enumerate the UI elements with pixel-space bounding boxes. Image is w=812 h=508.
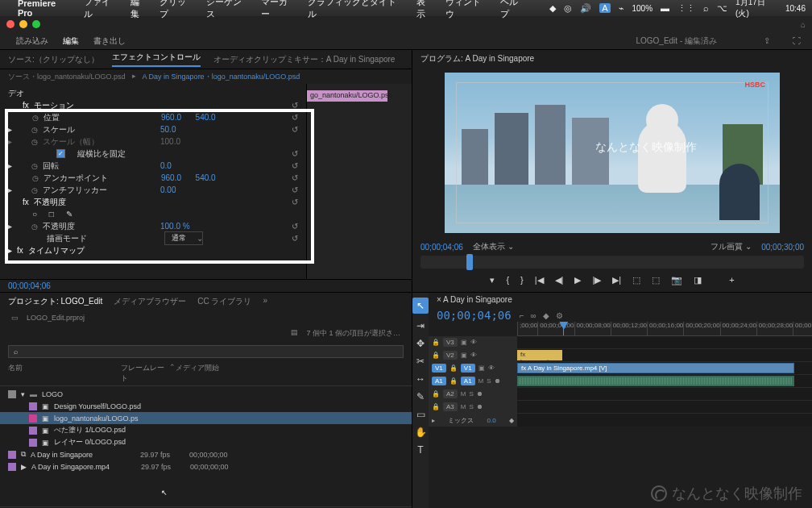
pen-tool-icon[interactable]: ✎ [416,391,425,402]
blend-mode-dropdown[interactable]: 通常 [164,231,203,245]
track-toggle-icon[interactable]: ▣ [461,339,467,346]
track-toggle-icon[interactable]: ▣ [461,352,467,359]
track-lock-icon[interactable]: 🔒 [432,403,440,410]
track-lock-icon[interactable]: 🔒 [432,390,440,398]
track-lock-icon[interactable]: 🔒 [450,377,458,385]
expand-icon[interactable]: ▸ [8,161,12,170]
track-v3[interactable]: V3 [443,338,458,347]
menubar-time[interactable]: 10:46 [785,4,806,13]
hand-tool-icon[interactable]: ✋ [415,427,427,438]
eye-icon[interactable]: 👁 [470,339,477,346]
position-x[interactable]: 960.0 [161,113,181,122]
reset-icon[interactable]: ↺ [292,113,298,122]
sequence-tab[interactable]: × A Day in Singapore [437,295,512,304]
expand-icon[interactable]: ▸ [8,222,12,231]
col-framerate[interactable]: フレームレート [121,363,169,384]
extract-icon[interactable]: ⬚ [652,275,660,285]
fullscreen-icon[interactable]: ⛶ [793,36,801,45]
cc-icon[interactable]: ◎ [564,3,572,14]
project-item[interactable]: レイヤー 0/LOGO.psd [54,437,159,448]
mute-icon[interactable]: M [478,377,484,385]
export-frame-icon[interactable]: 📷 [671,275,682,285]
reset-icon[interactable]: ↺ [292,173,298,182]
tab-cc-libraries[interactable]: CC ライブラリ [197,296,251,307]
track-v2[interactable]: V2 [443,351,458,360]
expand-icon[interactable]: ▸ [8,185,12,194]
snap-icon[interactable]: ⌐ [520,311,524,320]
ripple-edit-tool-icon[interactable]: ✥ [416,338,425,349]
record-icon[interactable]: ⏺ [477,390,483,398]
compare-icon[interactable]: ◨ [694,275,702,285]
play-icon[interactable]: ▶ [574,275,581,285]
tab-audio-mixer[interactable]: オーディオクリップミキサー：A Day in Singapore [213,54,396,65]
menu-window[interactable]: ウィンドウ [445,0,490,20]
mark-out-icon[interactable]: } [520,275,524,285]
project-item[interactable]: べた塗り 1/LOGO.psd [54,425,159,435]
window-close-icon[interactable] [6,20,14,28]
project-item[interactable]: Design Yourself/LOGO.psd [54,402,159,410]
track-lock-icon[interactable]: 🔒 [450,364,458,372]
type-tool-icon[interactable]: T [417,444,423,456]
reset-icon[interactable]: ↺ [292,101,298,110]
marker-icon[interactable]: ◆ [543,311,549,320]
razor-tool-icon[interactable]: ✂ [416,356,425,367]
timeremap-effect[interactable]: タイムリマップ [28,245,85,256]
scale-value[interactable]: 50.0 [160,125,176,134]
program-timecode-left[interactable]: 00;00;04;06 [420,243,463,252]
opacity-effect[interactable]: 不透明度 [34,197,147,208]
volume-icon[interactable]: 🔊 [580,3,591,14]
rotation-value[interactable]: 0.0 [160,161,172,170]
mute-icon[interactable]: M [461,390,466,398]
project-item[interactable]: A Day in Singapore.mp4 [31,463,136,471]
menu-help[interactable]: ヘルプ [500,0,527,20]
home-icon[interactable]: ⌂ [801,20,806,29]
track-v1[interactable]: V1 [461,364,475,373]
expand-icon[interactable]: ▸ [432,417,435,424]
clip-video[interactable]: fx A Day in Singapore.mp4 [V] [517,363,794,373]
tab-media-browser[interactable]: メディアブラウザー [114,296,186,307]
track-a3[interactable]: A3 [443,402,458,411]
mask-circle-icon[interactable]: ○ [32,210,37,219]
reset-icon[interactable]: ↺ [292,198,298,206]
uniform-scale-checkbox[interactable]: ✓ [56,149,65,158]
menu-sequence[interactable]: シーケンス [206,0,251,20]
reset-icon[interactable]: ↺ [292,161,298,170]
workspace-export[interactable]: 書き出し [93,35,126,47]
timeline-playhead[interactable] [563,322,564,335]
opacity-value[interactable]: 100.0 % [160,222,190,231]
tab-source[interactable]: ソース:（クリップなし） [8,54,99,65]
antiflicker-value[interactable]: 0.00 [160,185,176,194]
filter-icon[interactable]: ▤ [291,328,298,339]
menu-view[interactable]: 表示 [416,0,434,20]
reset-icon[interactable]: ↺ [292,222,298,231]
bin-name[interactable]: LOGO [42,390,147,398]
stopwatch-icon[interactable]: ◷ [31,223,38,231]
track-select-tool-icon[interactable]: ⇥ [416,320,425,331]
menubar-date[interactable]: 1月17日(火) [735,0,777,19]
solo-icon[interactable]: S [487,377,491,385]
app-name[interactable]: Premiere Pro [18,0,72,18]
selection-tool-icon[interactable]: ↖ [412,298,429,314]
workspace-import[interactable]: 読み込み [16,35,48,47]
stopwatch-icon[interactable]: ◷ [31,126,38,134]
add-marker-icon[interactable]: ▾ [490,275,495,285]
reset-icon[interactable]: ↺ [292,125,298,134]
motion-effect[interactable]: モーション [34,100,147,111]
lift-icon[interactable]: ⬚ [632,275,640,285]
record-icon[interactable]: ⏺ [495,377,501,385]
rectangle-tool-icon[interactable]: ▭ [416,409,425,420]
reset-icon[interactable]: ↺ [292,185,298,194]
source-v1[interactable]: V1 [432,364,446,373]
menu-clip[interactable]: クリップ [160,0,195,20]
menu-graphics[interactable]: グラフィックとタイトル [308,0,404,20]
reset-icon[interactable]: ↺ [292,149,298,158]
step-forward-icon[interactable]: |▶ [592,275,601,285]
mask-pen-icon[interactable]: ✎ [66,210,72,219]
sort-icon[interactable]: ⌃ [169,363,176,384]
source-sequence-link[interactable]: A Day in Singapore・logo_nantonaku/LOGO.p… [143,72,300,81]
step-back-icon[interactable]: ◀| [555,275,564,285]
effect-keyframe-timeline[interactable]: go_nantonaku/LOGO.psd [306,84,412,279]
project-item[interactable]: A Day in Singapore [31,451,135,459]
timeline-timecode[interactable]: 00;00;04;06 [437,309,512,322]
col-media-start[interactable]: メディア開始 [176,363,404,384]
